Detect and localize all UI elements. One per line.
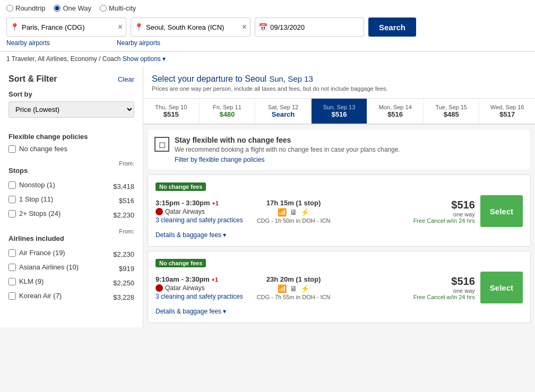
origin-nearby-link[interactable]: Nearby airports	[6, 39, 50, 47]
klm-price: $2,250	[113, 279, 134, 287]
duration-text-0: 17h 15m (1 stop)	[251, 199, 336, 207]
koreanair-checkbox[interactable]	[8, 292, 16, 300]
date-tab-5[interactable]: Tue, Sep 15 $485	[424, 99, 480, 124]
date-tab-2[interactable]: Sat, Sep 12 Search	[255, 99, 312, 124]
koreanair-price: $3,228	[113, 293, 134, 301]
nearby-row: Nearby airports Nearby airports	[6, 39, 529, 47]
banner-link[interactable]: Filter by flexible change policies	[175, 156, 264, 163]
origin-nearby-col: Nearby airports	[6, 39, 113, 47]
1stop-checkbox[interactable]	[8, 196, 16, 203]
roundtrip-text: Roundtrip	[15, 4, 45, 12]
show-options-link[interactable]: Show options ▾	[123, 55, 166, 63]
duration-route-1: CDG - 7h 55m in DOH - ICN	[251, 294, 336, 300]
duration-route-0: CDG - 1h 50m in DOH - ICN	[251, 217, 336, 224]
search-row: 📍 × 📍 × 📅 Search	[6, 18, 529, 37]
asiana-checkbox[interactable]	[8, 264, 16, 271]
nonstop-checkbox[interactable]	[8, 181, 16, 189]
date-wrap: 📅	[255, 18, 364, 37]
asiana-label: Asiana Airlines (10)	[19, 263, 79, 271]
screen-icon-1: 🖥	[290, 284, 297, 293]
no-change-badge-0: No change fees	[156, 182, 206, 191]
2plus-checkbox[interactable]	[8, 210, 16, 217]
duration-text-1: 23h 20m (1 stop)	[251, 275, 336, 283]
airfrance-label: Air France (19)	[19, 249, 65, 257]
stop-1stop-row: 1 Stop (11) $516	[8, 195, 134, 206]
main-content: Sort & Filter Clear Sort by Price (Lowes…	[0, 66, 535, 327]
trip-type-group: Roundtrip One Way Multi-city	[6, 4, 529, 12]
search-button[interactable]: Search	[368, 18, 416, 37]
roundtrip-radio[interactable]	[6, 5, 13, 12]
power-icon-1: ⚡	[300, 284, 309, 293]
stops-from: From:	[119, 160, 134, 177]
destination-wrap: 📍 ×	[131, 18, 251, 37]
date-input[interactable]	[270, 23, 359, 31]
wifi-icon-1: 📶	[278, 284, 287, 293]
klm-checkbox[interactable]	[8, 278, 16, 285]
price-amount-0: $516	[413, 199, 475, 211]
price-info-1: $516 one way Free Cancel w/in 24 hrs	[413, 275, 475, 300]
flex-banner: ◻ Stay flexible with no change fees We r…	[148, 129, 531, 170]
destination-input[interactable]	[146, 23, 235, 31]
nonstop-price: $3,418	[113, 182, 134, 190]
no-change-fees-checkbox[interactable]	[8, 145, 16, 153]
oneway-radio[interactable]	[54, 5, 61, 12]
flight-price-section-0: $516 one way Free Cancel w/in 24 hrs Sel…	[413, 195, 523, 227]
date-tab-3[interactable]: Sun, Sep 13 $516	[312, 99, 368, 124]
airline-name-1: Qatar Airways	[156, 284, 251, 292]
origin-input[interactable]	[22, 23, 111, 31]
airlines-section-title: Airlines included	[8, 234, 64, 242]
airfrance-price: $2,230	[113, 250, 134, 258]
price-type-0: one way	[413, 211, 475, 217]
calendar-icon: 📅	[258, 23, 268, 31]
results-date: Sun, Sep 13	[269, 74, 313, 83]
traveler-row: 1 Traveler, All Airlines, Economy / Coac…	[0, 51, 535, 66]
airfrance-checkbox[interactable]	[8, 249, 16, 257]
asiana-price: $919	[119, 265, 134, 273]
oneway-text: One Way	[63, 4, 91, 12]
flight-times-0: 3:15pm - 3:30pm +1 Qatar Airways 3 clean…	[156, 199, 251, 224]
date-tab-1[interactable]: Fri, Sep 11 $480	[200, 99, 256, 124]
flexible-section-title: Flexible change policies	[8, 133, 134, 141]
wifi-icon: 📶	[278, 208, 287, 216]
price-type-1: one way	[413, 288, 475, 294]
multicity-label[interactable]: Multi-city	[100, 4, 136, 12]
clear-link[interactable]: Clear	[118, 75, 134, 83]
banner-sub: We recommend booking a flight with no ch…	[175, 146, 400, 153]
traveler-info: 1 Traveler, All Airlines, Economy / Coac…	[6, 55, 120, 63]
flight-card-1: No change fees 9:10am - 3:30pm +1 Qatar …	[148, 251, 531, 323]
flight-card-0: No change fees 3:15pm - 3:30pm +1 Qatar …	[148, 175, 531, 247]
time-range-1: 9:10am - 3:30pm +1	[156, 275, 251, 283]
date-tab-6[interactable]: Wed, Sep 16 $517	[479, 99, 535, 124]
dest-nearby-link[interactable]: Nearby airports	[117, 39, 160, 47]
sidebar: Sort & Filter Clear Sort by Price (Lowes…	[0, 66, 143, 327]
duration-icons-1: 📶 🖥 ⚡	[251, 284, 336, 293]
date-tab-0[interactable]: Thu, Sep 10 $515	[143, 99, 200, 124]
origin-clear[interactable]: ×	[118, 22, 123, 32]
results-header: Select your departure to Seoul Sun, Sep …	[143, 66, 535, 99]
flight-main-0: 3:15pm - 3:30pm +1 Qatar Airways 3 clean…	[156, 195, 523, 227]
airline-airfrance-row: Air France (19) $2,230	[8, 249, 134, 260]
date-tab-4[interactable]: Mon, Sep 14 $516	[367, 99, 424, 124]
banner-icon: ◻	[154, 137, 169, 152]
flight-main-1: 9:10am - 3:30pm +1 Qatar Airways 3 clean…	[156, 272, 523, 303]
multicity-radio[interactable]	[100, 5, 107, 12]
oneway-label[interactable]: One Way	[54, 4, 91, 12]
banner-text: Stay flexible with no change fees We rec…	[175, 136, 400, 163]
1stop-label: 1 Stop (11)	[19, 195, 53, 203]
roundtrip-label[interactable]: Roundtrip	[6, 4, 45, 12]
destination-clear[interactable]: ×	[242, 22, 247, 32]
details-link-0[interactable]: Details & baggage fees ▾	[156, 231, 226, 239]
select-button-1[interactable]: Select	[480, 272, 523, 303]
details-link-1[interactable]: Details & baggage fees ▾	[156, 308, 226, 315]
cleaning-link-0[interactable]: 3 cleaning and safety practices	[156, 216, 251, 224]
time-range-0: 3:15pm - 3:30pm +1	[156, 199, 251, 207]
select-button-0[interactable]: Select	[480, 195, 523, 227]
price-cancel-0: Free Cancel w/in 24 hrs	[413, 217, 475, 224]
cleaning-link-1[interactable]: 3 cleaning and safety practices	[156, 293, 251, 300]
sort-by-label: Sort by	[8, 90, 134, 98]
klm-label: KLM (9)	[19, 277, 44, 285]
results-subtext: Prices are one way per person, include a…	[152, 85, 527, 92]
price-amount-1: $516	[413, 275, 475, 288]
sort-select[interactable]: Price (Lowest)	[8, 101, 134, 118]
1stop-price: $516	[119, 197, 134, 205]
